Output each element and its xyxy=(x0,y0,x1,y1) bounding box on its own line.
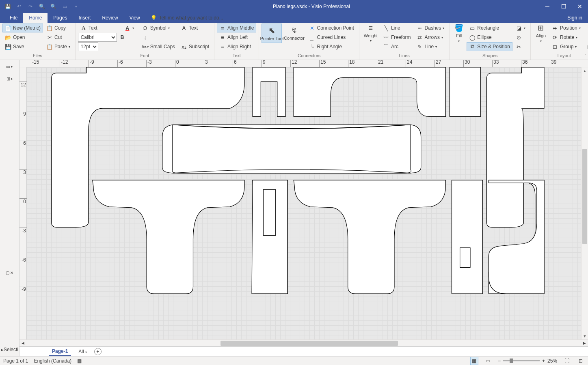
undo-icon[interactable]: ↶ xyxy=(15,2,24,11)
open-button[interactable]: 📂Open xyxy=(2,33,43,42)
text-style-button[interactable]: AText xyxy=(78,24,100,32)
crop-icon: ✂ xyxy=(516,43,522,50)
shapes-pane-toggle[interactable]: ▭▸ xyxy=(1,62,18,71)
view-normal-button[interactable]: ▦ xyxy=(470,357,478,365)
tab-view[interactable]: View xyxy=(124,13,146,23)
vertical-scrollbar[interactable]: ▲ ▼ xyxy=(581,67,588,339)
cut-button[interactable]: ✂Cut xyxy=(44,33,73,42)
small-caps-button[interactable]: AʙᴄSmall Caps xyxy=(140,42,177,51)
align-big-button[interactable]: ⊞Align▾ xyxy=(533,24,549,43)
scroll-h-track[interactable] xyxy=(26,340,581,347)
status-language[interactable]: English (Canada) xyxy=(34,358,71,364)
group-lines-label: Lines xyxy=(362,53,447,60)
scroll-up-icon[interactable]: ▲ xyxy=(582,67,588,74)
line-style-button[interactable]: ✎Line▾ xyxy=(414,42,447,51)
sign-in-link[interactable]: Sign in xyxy=(562,13,588,23)
tab-insert[interactable]: Insert xyxy=(73,13,96,23)
vertical-ruler[interactable]: 129630-3-6-9 xyxy=(19,67,27,339)
arc-button[interactable]: ⌒Arc xyxy=(380,42,413,51)
save-button[interactable]: 💾Save xyxy=(2,42,43,51)
zoom-out-icon[interactable]: 🔍 xyxy=(49,2,58,11)
symbol-button[interactable]: ΩSymbol ▾ xyxy=(140,24,177,32)
collapse-ribbon-icon[interactable]: ˆ xyxy=(585,54,586,59)
right-angle-button[interactable]: └Right Angle xyxy=(306,42,356,51)
line-tool-button[interactable]: ╲Line xyxy=(380,24,413,32)
zoom-level[interactable]: 25% xyxy=(547,358,557,364)
close-pane-icon[interactable]: ▢ ✕ xyxy=(1,268,18,277)
horizontal-scrollbar[interactable]: ◀ ▶ xyxy=(19,339,588,346)
crop-button[interactable]: ✂ xyxy=(513,42,528,51)
scroll-down-icon[interactable]: ▼ xyxy=(582,333,588,339)
position-button[interactable]: ⬌Position▾ xyxy=(549,24,583,32)
size-position-button[interactable]: ⧉Size & Position xyxy=(467,42,512,51)
scroll-left-icon[interactable]: ◀ xyxy=(19,341,26,345)
scroll-h-thumb[interactable] xyxy=(220,341,398,346)
send-back-button[interactable]: ⬇ xyxy=(584,33,588,42)
view-presentation-button[interactable]: ▭ xyxy=(484,357,492,365)
page-tab-1[interactable]: Page-1 xyxy=(49,348,71,356)
close-button[interactable]: ✕ xyxy=(572,0,588,13)
freeform-button[interactable]: 〰Freeform xyxy=(380,33,413,42)
qat-dropdown-icon[interactable]: ▾ xyxy=(71,2,80,11)
tab-home[interactable]: Home xyxy=(23,13,48,23)
text-tool-button[interactable]: AText xyxy=(178,24,212,32)
group-files: 📄New (Metric) 📂Open 💾Save 📋Copy ✂Cut 📋Pa… xyxy=(0,23,76,60)
align-right-button[interactable]: ≡Align Right xyxy=(217,42,256,51)
font-size-combo[interactable]: 12pt xyxy=(78,42,98,51)
zoom-out-button[interactable]: − xyxy=(498,358,501,364)
align-right-icon: ≡ xyxy=(219,43,226,50)
page-tab-all[interactable]: All▾ xyxy=(75,348,90,355)
dashes-button[interactable]: ┅Dashes▾ xyxy=(414,24,447,32)
print-icon[interactable]: ▭ xyxy=(60,2,69,11)
scroll-v-thumb[interactable] xyxy=(582,149,587,244)
arrows-button[interactable]: ⇄Arrows▾ xyxy=(414,33,447,42)
connector-button[interactable]: ↯Connector xyxy=(283,24,305,43)
pointer-tool-button[interactable]: ⬉Pointer Tool xyxy=(262,24,282,43)
fullscreen-button[interactable]: ⊡ xyxy=(577,357,585,365)
copy-button[interactable]: 📋Copy xyxy=(44,24,73,32)
tab-pages[interactable]: Pages xyxy=(48,13,73,23)
align-middle-button[interactable]: ≡Align Middle xyxy=(217,24,256,32)
fit-window-button[interactable]: ⛶ xyxy=(563,357,571,365)
zoom-knob[interactable] xyxy=(510,359,513,363)
macro-icon[interactable]: ▦ xyxy=(77,358,82,364)
font-color-button[interactable]: A▾ xyxy=(122,24,136,32)
new-button[interactable]: 📄New (Metric) xyxy=(2,24,43,32)
minimize-button[interactable]: ─ xyxy=(539,0,556,13)
zoom-in-icon[interactable]: 🔍 xyxy=(37,2,46,11)
zoom-in-button[interactable]: + xyxy=(542,358,545,364)
line-spacing-button[interactable]: ↕ xyxy=(140,33,177,42)
rotate-button[interactable]: ⟳Rotate▾ xyxy=(549,33,583,42)
size-pos-icon: ⧉ xyxy=(469,43,476,50)
font-name-combo[interactable]: Calibri xyxy=(78,33,117,42)
connection-point-button[interactable]: ✕Connection Point xyxy=(306,24,356,32)
zoom-slider[interactable] xyxy=(503,360,540,361)
align-left-button[interactable]: ≡Align Left xyxy=(217,33,256,42)
rectangle-button[interactable]: ▭Rectangle xyxy=(467,24,512,32)
add-page-button[interactable]: + xyxy=(94,348,102,355)
subscript-button[interactable]: x₂Subscript xyxy=(178,42,212,51)
redo-icon[interactable]: ↷ xyxy=(26,2,35,11)
horizontal-ruler[interactable]: -15-12-9-6-3036912151821242730333639 xyxy=(19,60,588,67)
fill-button[interactable]: 🪣Fill▾ xyxy=(452,24,466,43)
copy-icon: 📋 xyxy=(46,25,53,31)
drawing-canvas[interactable] xyxy=(27,67,581,339)
tab-file[interactable]: File xyxy=(4,13,23,23)
save-icon[interactable]: 💾 xyxy=(3,2,12,11)
paste-button[interactable]: 📋Paste ▾ xyxy=(44,42,73,51)
autolayout-button[interactable]: ⊞ xyxy=(584,42,588,51)
bold-button[interactable]: B xyxy=(118,33,127,42)
shadow-button[interactable]: ◪▾ xyxy=(513,24,528,32)
ellipse-button[interactable]: ◯Ellipse xyxy=(467,33,512,42)
stencil-pane-toggle[interactable]: ⊞▸ xyxy=(1,75,18,83)
weight-button[interactable]: ≡Weight▾ xyxy=(362,24,380,43)
restore-button[interactable]: ❐ xyxy=(556,0,572,13)
curved-lines-button[interactable]: ⎯Curved Lines xyxy=(306,33,356,42)
tell-me-search[interactable]: 💡Tell me what you want to do... xyxy=(146,13,228,23)
group-button[interactable]: ⊡Group▾ xyxy=(549,42,583,51)
target-button[interactable]: ⊙ xyxy=(513,33,528,42)
selection-pane-toggle[interactable]: ▸ Selecti xyxy=(1,346,18,354)
tab-review[interactable]: Review xyxy=(96,13,123,23)
bring-front-button[interactable]: ⬆ xyxy=(584,24,588,32)
scroll-right-icon[interactable]: ▶ xyxy=(581,341,588,345)
